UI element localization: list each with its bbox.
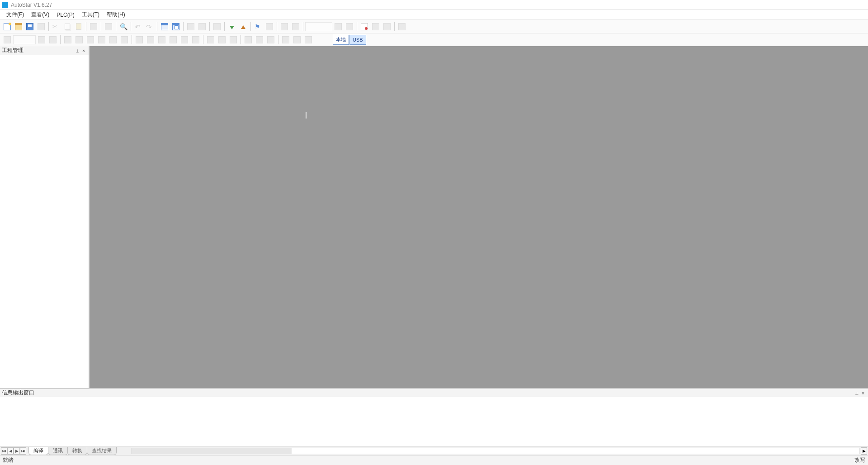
- generic-icon: [187, 23, 194, 30]
- undo-icon: [135, 23, 142, 30]
- tab-nav-last[interactable]: ⏭: [20, 447, 26, 455]
- menu-view[interactable]: 查看(V): [28, 10, 53, 19]
- output-body[interactable]: [0, 397, 868, 446]
- upload-icon: [241, 25, 245, 29]
- save-icon: [26, 23, 33, 30]
- tab-nav-first[interactable]: ⏮: [1, 447, 7, 455]
- save-button[interactable]: [24, 21, 35, 32]
- ladder-icon: [256, 36, 263, 43]
- redo-button: [144, 21, 155, 32]
- menu-plc[interactable]: PLC(P): [53, 11, 78, 19]
- workspace[interactable]: [90, 46, 868, 388]
- output-hscroll-track[interactable]: [131, 448, 860, 454]
- menubar: 文件(F) 查看(V) PLC(P) 工具(T) 帮助(H): [0, 10, 868, 20]
- output-tab-compile[interactable]: 编译: [28, 447, 48, 455]
- tb-disabled-10: [382, 21, 392, 32]
- tb-disabled-1: [185, 21, 196, 32]
- toolbar-separator: [101, 22, 101, 31]
- menu-file[interactable]: 文件(F): [3, 10, 28, 19]
- pin-icon[interactable]: ⟂: [74, 47, 80, 54]
- output-tab-convert[interactable]: 转换: [67, 447, 87, 455]
- toolbar-separator: [277, 22, 277, 31]
- toolbar-separator: [241, 35, 241, 44]
- ladder-btn-9: [119, 34, 130, 45]
- status-right: 改写: [854, 456, 865, 464]
- ladder-icon: [181, 36, 188, 43]
- main-area: 工程管理 ⟂ ×: [0, 46, 868, 388]
- toolbar-separator: [48, 22, 49, 31]
- output-tab-search[interactable]: 查找结果: [87, 447, 117, 455]
- window-title: AutoStar V1.6.27: [11, 2, 52, 8]
- ladder-icon: [49, 36, 57, 43]
- toolbar-separator: [157, 22, 157, 31]
- output-hscroll-thumb[interactable]: [132, 448, 292, 454]
- toolbar-separator: [116, 22, 116, 31]
- flag-icon: [255, 23, 262, 30]
- menu-tool[interactable]: 工具(T): [78, 10, 103, 19]
- tb-disabled-5: [279, 21, 290, 32]
- project-panel-header: 工程管理 ⟂ ×: [0, 46, 89, 55]
- close-icon[interactable]: ×: [860, 390, 866, 396]
- ladder-icon: [192, 36, 199, 43]
- paste-button: [73, 21, 84, 32]
- ladder-btn-20: [254, 34, 265, 45]
- copy-icon: [65, 24, 70, 30]
- open-button[interactable]: [13, 21, 24, 32]
- output-panel-button[interactable]: [170, 21, 181, 32]
- statusbar: 就绪 改写: [0, 455, 868, 465]
- generic-icon: [383, 23, 391, 30]
- ladder-btn-18: [228, 34, 239, 45]
- ladder-icon: [293, 36, 301, 43]
- connection-usb-button[interactable]: USB: [349, 35, 366, 45]
- toolbar-separator: [224, 22, 225, 31]
- ladder-btn-15: [190, 34, 201, 45]
- print-button: [103, 21, 114, 32]
- tb-disabled-6: [290, 21, 301, 32]
- new-button[interactable]: [2, 21, 13, 32]
- output-tab-comm[interactable]: 通讯: [48, 447, 68, 455]
- ladder-btn-19: [243, 34, 254, 45]
- ladder-btn-13: [168, 34, 179, 45]
- project-tree[interactable]: [0, 55, 89, 388]
- ladder-icon: [207, 36, 214, 43]
- ladder-icon: [170, 36, 177, 43]
- close-icon[interactable]: ×: [80, 47, 87, 54]
- ladder-btn-4: [62, 34, 73, 45]
- download-button[interactable]: [226, 21, 237, 32]
- toolbar-separator: [131, 22, 131, 31]
- connection-local-button[interactable]: 本地: [333, 35, 349, 45]
- ladder-icon: [87, 36, 94, 43]
- toolbar-separator: [132, 35, 132, 44]
- ladder-btn-24: [303, 34, 314, 45]
- tb-disabled-4: [264, 21, 275, 32]
- open-folder-icon: [15, 23, 22, 30]
- tb-disabled-7: [333, 21, 344, 32]
- ladder-icon: [121, 36, 128, 43]
- app-icon: [2, 2, 8, 8]
- project-panel-button[interactable]: [159, 21, 170, 32]
- ladder-btn-7: [96, 34, 107, 45]
- menu-help[interactable]: 帮助(H): [103, 10, 129, 19]
- output-tabs: ⏮ ◀ ▶ ⏭ 编译 通讯 转换 查找结果 ▶: [0, 446, 868, 455]
- ladder-btn-21: [265, 34, 276, 45]
- ladder-btn-3: [47, 34, 58, 45]
- alert-button[interactable]: [359, 21, 370, 32]
- project-panel: 工程管理 ⟂ ×: [0, 46, 90, 388]
- flag-button[interactable]: [253, 21, 264, 32]
- ladder-icon: [136, 36, 143, 43]
- ladder-icon: [230, 36, 237, 43]
- toolbar-separator: [209, 22, 210, 31]
- pin-icon[interactable]: ⟂: [854, 390, 860, 396]
- search-button[interactable]: [118, 21, 129, 32]
- output-hscroll-right[interactable]: ▶: [861, 447, 867, 455]
- plc-type-combo: [305, 22, 332, 31]
- generic-icon: [346, 23, 353, 30]
- upload-button[interactable]: [238, 21, 249, 32]
- cut-button: [51, 21, 61, 32]
- tab-nav-prev[interactable]: ◀: [7, 447, 14, 455]
- cut-icon: [52, 23, 60, 30]
- ladder-btn-16: [205, 34, 216, 45]
- ladder-btn-23: [292, 34, 302, 45]
- save-all-icon: [38, 23, 45, 30]
- tab-nav-next[interactable]: ▶: [14, 447, 20, 455]
